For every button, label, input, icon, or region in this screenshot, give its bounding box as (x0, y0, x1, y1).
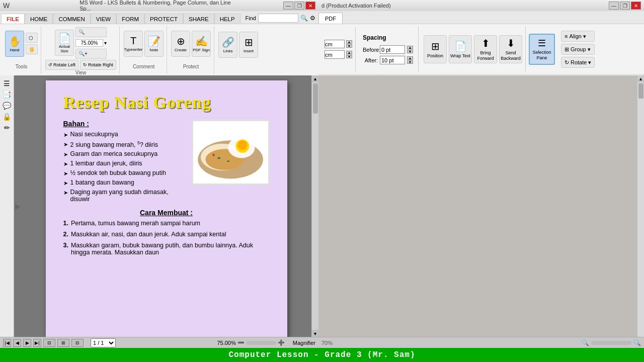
unit-down-1[interactable]: ▼ (346, 44, 352, 48)
pdf-right-scrollbar[interactable]: ▲ (637, 75, 644, 348)
nav-icon-5[interactable]: ✏ (4, 124, 10, 132)
pdf-window: d (Product Activation Failed) — ❐ ✕ PDF … (318, 0, 644, 362)
pdf-zoom-out[interactable]: 🔍 (582, 339, 589, 346)
before-spinner: ▲ ▼ (407, 46, 413, 53)
unit-up-1[interactable]: ▲ (346, 40, 352, 44)
find-input[interactable] (258, 14, 298, 23)
zoom-in-button[interactable]: 🔍+ (75, 49, 107, 59)
zoom-dropdown[interactable]: ▾ (104, 40, 107, 46)
scroll-up-arrow[interactable]: ▲ (312, 75, 318, 82)
align-button[interactable]: ≡ Align ▾ (561, 31, 595, 42)
tab-home[interactable]: HOME (25, 14, 53, 24)
before-up[interactable]: ▲ (407, 46, 413, 49)
restore-button[interactable]: ❐ (294, 2, 304, 10)
before-down[interactable]: ▼ (407, 50, 413, 53)
first-page-button[interactable]: ⊟ (43, 339, 55, 347)
word-ribbon: FILE HOME COMMEN VIEW FORM PROTECT SHARE… (0, 11, 318, 75)
pdf-ribbon-toolbar: ▲ ▼ ▲ ▼ Spacing Before: (318, 24, 644, 74)
thumbnail-button[interactable]: ⊞ (57, 339, 69, 347)
actual-size-button[interactable]: 📄 Actual Size (55, 30, 74, 56)
rotate-right-button[interactable]: ↻ Rotate Right (80, 60, 116, 70)
ingredient-3: ➤ Garam dan merica secukupnya (63, 150, 187, 158)
word-content-area: ☰ 📑 💬 🔒 ✏ ▶ Resep Nasi Goreng (0, 75, 318, 337)
zoom-out-status[interactable]: ➖ (237, 339, 245, 346)
bring-forward-button[interactable]: ⬆ Bring Forward (474, 35, 497, 63)
pdf-scroll-up[interactable]: ▲ (637, 75, 644, 82)
selection-pane-button[interactable]: ☰ Selection Pane (529, 34, 555, 65)
nav-icon-3[interactable]: 💬 (3, 102, 11, 110)
bullet-arrow-5: ➤ (63, 170, 68, 177)
unit-up-2[interactable]: ▲ (346, 51, 352, 54)
tab-share[interactable]: SHARE (183, 14, 214, 24)
word-title-text: MS Word - LKS Bullets & Numbering, Page … (79, 0, 239, 12)
position-button[interactable]: ⊞ Position (424, 35, 447, 63)
typewriter-button[interactable]: T Typewriter (124, 31, 143, 57)
collapse-arrow[interactable]: ▶ (15, 202, 21, 210)
tab-protect[interactable]: PROTECT (144, 14, 183, 24)
zoom-out-button[interactable]: 🔍 (75, 27, 107, 37)
unit-input-2[interactable] (325, 50, 345, 59)
pdf-scroll-thumb[interactable] (638, 83, 643, 99)
rotate-button[interactable]: ↻ Rotate ▾ (561, 57, 595, 68)
pdf-zoom-slider[interactable] (591, 341, 631, 345)
step-number-2: 2. (63, 231, 68, 238)
tab-file[interactable]: FILE (1, 14, 25, 24)
fit-button[interactable]: ⊟ (71, 339, 84, 347)
bottom-bar: Computer Lesson - Grade 3 (Mr. Sam) (0, 348, 644, 362)
group-button[interactable]: ⊞ Group ▾ (561, 44, 595, 55)
pdf-restore-button[interactable]: ❐ (620, 2, 630, 10)
hand-tool-button[interactable]: ✋ Hand (5, 31, 24, 57)
links-button[interactable]: 🔗 Links (218, 32, 237, 58)
page-select[interactable]: 1 / 1 (91, 338, 116, 347)
pdf-zoom-in[interactable]: 🔍 (633, 339, 641, 346)
pan-tool[interactable]: 🖐 (26, 44, 38, 54)
create-button[interactable]: ⊕ Create (171, 31, 190, 57)
rotate-left-button[interactable]: ↺ Rotate Left (45, 60, 78, 70)
scroll-thumb[interactable] (313, 83, 318, 114)
settings-button[interactable]: ⚙ (310, 15, 315, 22)
insert-button[interactable]: ⊞ Insert (239, 32, 258, 58)
nav-icon-2[interactable]: 📑 (3, 90, 11, 99)
search-button[interactable]: 🔍 (300, 15, 308, 22)
minimize-button[interactable]: — (283, 2, 293, 10)
next-button[interactable]: ▶| (33, 339, 41, 347)
after-input[interactable] (380, 56, 405, 64)
pdf-close-button[interactable]: ✕ (631, 2, 641, 10)
pdf-tab-main[interactable]: PDF (318, 13, 343, 24)
svg-point-5 (237, 140, 247, 150)
selection-pane-icon: ☰ (538, 38, 546, 49)
unit-input-1[interactable] (325, 40, 345, 48)
ingredient-2: ➤ 2 siung bawang merah, 5? diiris (63, 140, 187, 148)
select-tool[interactable]: ⬡ (26, 33, 38, 43)
prev-page-button[interactable]: |◀ (3, 339, 11, 347)
tab-form[interactable]: FORM (116, 14, 144, 24)
close-button[interactable]: ✕ (305, 2, 315, 10)
pdf-minimize-button[interactable]: — (609, 2, 619, 10)
play-button[interactable]: ▶ (23, 339, 31, 347)
document-scroll-area: ▶ Resep Nasi Goreng (14, 75, 318, 337)
view-group: 📄 Actual Size 🔍 75.00% ▾ 🔍+ ↺ Rot (42, 26, 120, 74)
step-number-1: 1. (63, 220, 68, 227)
after-up[interactable]: ▲ (407, 56, 413, 60)
tab-view[interactable]: VIEW (91, 14, 116, 24)
unit-down-2[interactable]: ▼ (346, 55, 352, 58)
prev-button[interactable]: ◀ (13, 339, 21, 347)
zoom-in-status[interactable]: ➕ (278, 339, 285, 346)
send-backward-icon: ⬇ (507, 37, 515, 49)
wrap-text-button[interactable]: 📄 Wrap Text (449, 35, 472, 63)
nav-icon-1[interactable]: ☰ (4, 79, 10, 87)
find-label[interactable]: Find (246, 15, 256, 21)
word-title-bar: W MS Word - LKS Bullets & Numbering, Pag… (0, 0, 318, 11)
tab-comment[interactable]: COMMEN (53, 14, 90, 24)
send-backward-button[interactable]: ⬇ Send Backward (499, 35, 522, 63)
doc-scrollbar[interactable]: ▲ ▼ (311, 75, 318, 337)
bullet-arrow-6: ➤ (63, 180, 68, 187)
tab-help[interactable]: HELP (214, 14, 240, 24)
scroll-down-arrow[interactable]: ▼ (312, 330, 318, 337)
pdf-sign-button[interactable]: ✍ PDF Sign (192, 31, 211, 57)
after-down[interactable]: ▼ (407, 60, 413, 64)
nav-icon-4[interactable]: 🔒 (3, 113, 11, 121)
note-button[interactable]: 📝 Note (144, 31, 164, 57)
before-input[interactable] (380, 45, 405, 54)
zoom-slider[interactable] (246, 341, 276, 345)
